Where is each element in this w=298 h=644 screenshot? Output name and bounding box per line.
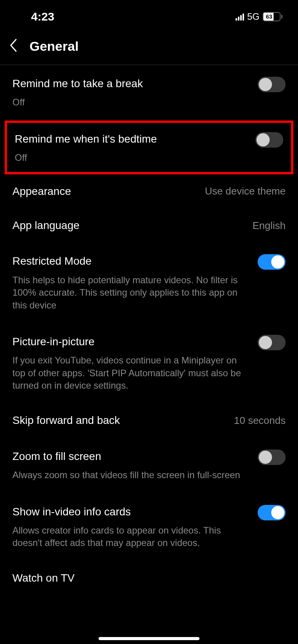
setting-row-skip[interactable]: Skip forward and back 10 seconds (0, 403, 298, 437)
network-type: 5G (247, 11, 260, 22)
page-title: General (29, 39, 79, 54)
setting-sub: Off (15, 152, 248, 164)
setting-row-break[interactable]: Remind me to take a break Off (0, 65, 298, 121)
setting-title: Remind me to take a break (12, 77, 250, 91)
toggle-bedtime[interactable] (255, 132, 283, 148)
setting-title: Restricted Mode (12, 254, 250, 268)
setting-value: English (253, 220, 286, 232)
setting-title: App language (12, 219, 80, 232)
status-indicators: 5G 63 (236, 11, 282, 22)
battery-level: 63 (266, 13, 272, 20)
toggle-restricted[interactable] (258, 254, 286, 270)
setting-row-pip[interactable]: Picture-in-picture If you exit YouTube, … (0, 323, 298, 404)
header: General (0, 29, 298, 65)
highlight-box: Remind me when it's bedtime Off (5, 121, 293, 174)
home-indicator[interactable] (99, 637, 199, 640)
battery-icon: 63 (263, 12, 282, 21)
setting-sub: Always zoom so that videos fill the scre… (12, 469, 250, 481)
settings-list: Remind me to take a break Off Remind me … (0, 65, 298, 595)
setting-row-bedtime[interactable]: Remind me when it's bedtime Off (7, 123, 291, 172)
setting-sub: If you exit YouTube, videos continue in … (12, 354, 250, 392)
setting-title: Show in-video info cards (12, 505, 250, 519)
setting-sub: Allows creator info cards to appear on v… (12, 524, 250, 549)
setting-title: Watch on TV (12, 571, 74, 585)
status-bar: 4:23 5G 63 (0, 0, 298, 29)
setting-row-infocards[interactable]: Show in-video info cards Allows creator … (0, 493, 298, 561)
toggle-break[interactable] (258, 77, 286, 92)
setting-title: Remind me when it's bedtime (15, 132, 248, 146)
setting-sub: This helps to hide potentially mature vi… (12, 274, 250, 312)
setting-row-zoom[interactable]: Zoom to fill screen Always zoom so that … (0, 438, 298, 493)
toggle-infocards[interactable] (258, 505, 286, 520)
setting-title: Appearance (12, 184, 71, 198)
signal-icon (236, 13, 244, 21)
setting-value: Use device theme (205, 185, 286, 197)
setting-title: Picture-in-picture (12, 335, 250, 349)
setting-title: Skip forward and back (12, 413, 120, 427)
back-icon[interactable] (9, 38, 18, 54)
toggle-pip[interactable] (258, 335, 286, 350)
setting-row-restricted[interactable]: Restricted Mode This helps to hide poten… (0, 243, 298, 323)
status-time: 4:23 (31, 10, 54, 23)
setting-row-watch-tv[interactable]: Watch on TV (0, 561, 298, 595)
toggle-zoom[interactable] (258, 449, 286, 465)
setting-row-appearance[interactable]: Appearance Use device theme (0, 174, 298, 208)
setting-title: Zoom to fill screen (12, 449, 250, 463)
setting-sub: Off (12, 96, 250, 108)
setting-value: 10 seconds (234, 415, 286, 427)
setting-row-language[interactable]: App language English (0, 208, 298, 243)
